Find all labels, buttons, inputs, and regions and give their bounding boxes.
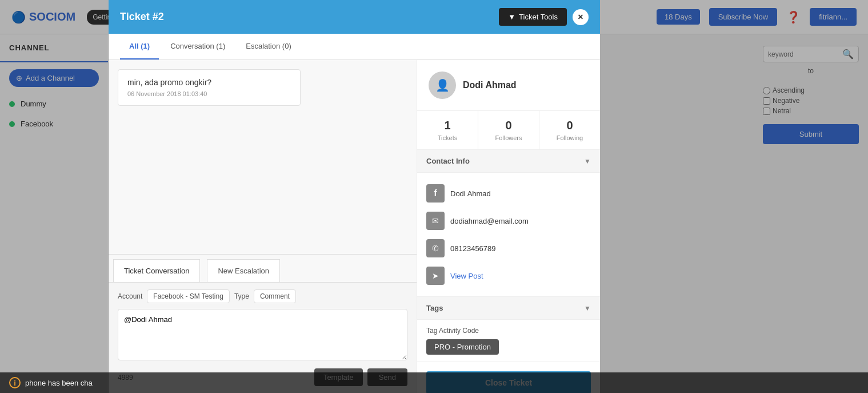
- tags-title: Tags: [426, 304, 443, 312]
- conversation-message: min, ada promo ongkir?: [127, 78, 291, 87]
- tab-all-label: All (1): [129, 42, 150, 50]
- followers-label: Followers: [483, 134, 534, 141]
- close-modal-button[interactable]: ×: [573, 9, 589, 25]
- followers-count: 0: [483, 119, 534, 132]
- contact-info-header[interactable]: Contact Info ▼: [417, 150, 600, 173]
- avatar-icon: 👤: [435, 78, 450, 92]
- chevron-icon: ▼: [584, 157, 591, 165]
- type-label: Type: [234, 292, 249, 300]
- tab-conversation[interactable]: Conversation (1): [161, 34, 234, 59]
- tab-escalation-label: Escalation (0): [246, 42, 291, 50]
- contact-email-value: dodiahmad@email.com: [450, 217, 529, 225]
- following-label: Following: [544, 134, 595, 141]
- contact-items: f Dodi Ahmad ✉ dodiahmad@email.com ✆ 081…: [417, 173, 600, 296]
- tag-activity-label: Tag Activity Code: [426, 327, 591, 335]
- tag-badge: PRO - Promotion: [426, 339, 499, 355]
- tags-chevron-icon: ▼: [584, 304, 591, 312]
- modal-body: min, ada promo ongkir? 06 November 2018 …: [109, 60, 600, 393]
- modal-left-panel: min, ada promo ongkir? 06 November 2018 …: [109, 60, 417, 393]
- modal-header: Ticket #2 ▼ Ticket Tools ×: [109, 0, 600, 34]
- conversation-time: 06 November 2018 01:03:40: [127, 90, 291, 97]
- contact-phone-value: 08123456789: [450, 244, 496, 253]
- contact-phone: ✆ 08123456789: [426, 235, 591, 262]
- contact-info-title: Contact Info: [426, 157, 470, 165]
- stat-tickets: 1 Tickets: [417, 111, 478, 149]
- reply-textarea[interactable]: @Dodi Ahmad: [118, 309, 407, 360]
- account-label: Account: [118, 292, 142, 300]
- ticket-tools-label: Ticket Tools: [519, 13, 558, 21]
- type-value: Comment: [254, 289, 296, 303]
- tab-ticket-conversation-label: Ticket Conversation: [124, 267, 189, 275]
- tab-ticket-conversation[interactable]: Ticket Conversation: [113, 259, 200, 282]
- email-icon: ✉: [426, 212, 445, 230]
- post-icon: ➤: [426, 267, 445, 285]
- tab-escalation[interactable]: Escalation (0): [237, 34, 300, 59]
- stat-followers: 0 Followers: [478, 111, 539, 149]
- tab-all[interactable]: All (1): [120, 34, 159, 59]
- tag-activity: Tag Activity Code PRO - Promotion: [417, 320, 600, 362]
- modal-tabs: All (1) Conversation (1) Escalation (0): [109, 34, 600, 60]
- phone-icon: ✆: [426, 239, 445, 257]
- bottom-tabs: Ticket Conversation New Escalation: [109, 254, 417, 283]
- reply-meta: Account Facebook - SM Testing Type Comme…: [118, 289, 407, 303]
- conversation-list: min, ada promo ongkir? 06 November 2018 …: [109, 60, 417, 254]
- contact-facebook: f Dodi Ahmad: [426, 180, 591, 207]
- contact-email: ✉ dodiahmad@email.com: [426, 207, 591, 235]
- ticket-modal: Ticket #2 ▼ Ticket Tools × All (1) Conve…: [109, 0, 600, 393]
- info-icon: i: [14, 379, 16, 387]
- following-count: 0: [544, 119, 595, 132]
- avatar: 👤: [429, 72, 456, 99]
- chevron-down-icon: ▼: [508, 13, 515, 21]
- view-post-link[interactable]: View Post: [450, 272, 483, 280]
- user-name: Dodi Ahmad: [463, 80, 517, 90]
- ticket-tools-button[interactable]: ▼ Ticket Tools: [499, 8, 567, 26]
- conversation-item: min, ada promo ongkir? 06 November 2018 …: [118, 69, 301, 106]
- facebook-icon: f: [426, 184, 445, 203]
- tags-header[interactable]: Tags ▼: [417, 296, 600, 320]
- tab-new-escalation-label: New Escalation: [218, 267, 269, 275]
- notification-text: phone has been cha: [25, 379, 93, 387]
- tab-new-escalation[interactable]: New Escalation: [207, 259, 280, 282]
- contact-facebook-name: Dodi Ahmad: [450, 189, 491, 198]
- tickets-label: Tickets: [422, 134, 473, 141]
- stat-following: 0 Following: [539, 111, 600, 149]
- user-profile: 👤 Dodi Ahmad: [417, 60, 600, 111]
- account-value: Facebook - SM Testing: [147, 289, 230, 303]
- notification-icon: i: [9, 377, 21, 388]
- modal-header-right: ▼ Ticket Tools ×: [499, 8, 589, 26]
- tickets-count: 1: [422, 119, 473, 132]
- contact-post: ➤ View Post: [426, 262, 591, 289]
- modal-title: Ticket #2: [120, 11, 164, 23]
- stats-row: 1 Tickets 0 Followers 0 Following: [417, 111, 600, 150]
- tab-conversation-label: Conversation (1): [170, 42, 225, 50]
- notification-bar: i phone has been cha: [0, 372, 868, 393]
- modal-right-panel: 👤 Dodi Ahmad 1 Tickets 0 Followers 0 Fol…: [417, 60, 600, 393]
